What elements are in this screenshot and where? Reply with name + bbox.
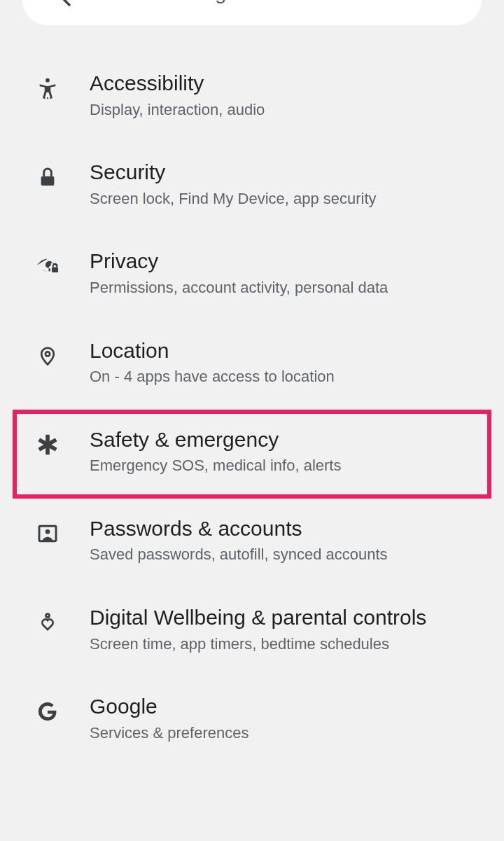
- settings-item-accessibility[interactable]: Accessibility Display, interaction, audi…: [0, 53, 504, 142]
- settings-item-subtitle: Permissions, account activity, personal …: [90, 277, 487, 298]
- accessibility-icon: [34, 74, 62, 102]
- settings-item-title: Security: [90, 159, 487, 186]
- settings-item-google[interactable]: Google Services & preferences: [0, 676, 504, 765]
- settings-item-subtitle: Display, interaction, audio: [90, 99, 487, 120]
- settings-list: Accessibility Display, interaction, audi…: [0, 53, 504, 766]
- settings-item-title: Accessibility: [90, 70, 487, 97]
- settings-item-title: Google: [90, 693, 487, 720]
- settings-item-digital-wellbeing[interactable]: Digital Wellbeing & parental controls Sc…: [0, 588, 504, 676]
- settings-item-title: Passwords & accounts: [90, 515, 487, 542]
- google-g-icon: [34, 697, 62, 725]
- settings-item-subtitle: Screen time, app timers, bedtime schedul…: [90, 634, 487, 655]
- search-bar[interactable]: Search settings: [22, 0, 482, 25]
- account-box-icon: [34, 520, 62, 548]
- settings-item-subtitle: On - 4 apps have access to location: [90, 366, 487, 387]
- settings-item-title: Privacy: [90, 248, 487, 274]
- svg-rect-6: [52, 267, 58, 273]
- eye-lock-icon: [34, 252, 62, 280]
- svg-point-3: [50, 97, 51, 99]
- settings-item-security[interactable]: Security Screen lock, Find My Device, ap…: [0, 142, 504, 231]
- settings-item-subtitle: Emergency SOS, medical info, alerts: [90, 455, 483, 476]
- svg-point-10: [46, 614, 50, 618]
- settings-item-location[interactable]: Location On - 4 apps have access to loca…: [0, 321, 504, 410]
- location-pin-icon: [34, 342, 62, 370]
- settings-item-safety-emergency[interactable]: Safety & emergency Emergency SOS, medica…: [13, 410, 491, 499]
- settings-item-title: Location: [90, 338, 487, 364]
- svg-point-7: [46, 352, 50, 356]
- settings-item-subtitle: Saved passwords, autofill, synced accoun…: [90, 544, 487, 565]
- search-placeholder: Search settings: [92, 0, 237, 4]
- settings-item-subtitle: Services & preferences: [90, 723, 487, 744]
- settings-item-subtitle: Screen lock, Find My Device, app securit…: [90, 188, 487, 209]
- svg-point-1: [44, 97, 46, 99]
- settings-item-title: Safety & emergency: [90, 426, 483, 453]
- svg-point-2: [47, 97, 48, 99]
- lock-icon: [34, 163, 62, 191]
- svg-point-5: [46, 263, 50, 267]
- svg-rect-4: [41, 176, 55, 186]
- settings-item-privacy[interactable]: Privacy Permissions, account activity, p…: [0, 231, 504, 320]
- wellbeing-heart-icon: [34, 609, 62, 637]
- settings-item-passwords-accounts[interactable]: Passwords & accounts Saved passwords, au…: [0, 499, 504, 588]
- chevron-left-icon[interactable]: [56, 0, 84, 17]
- settings-item-title: Digital Wellbeing & parental controls: [90, 604, 487, 631]
- svg-point-9: [46, 529, 50, 534]
- medical-asterisk-icon: [34, 431, 62, 459]
- svg-point-0: [46, 78, 50, 83]
